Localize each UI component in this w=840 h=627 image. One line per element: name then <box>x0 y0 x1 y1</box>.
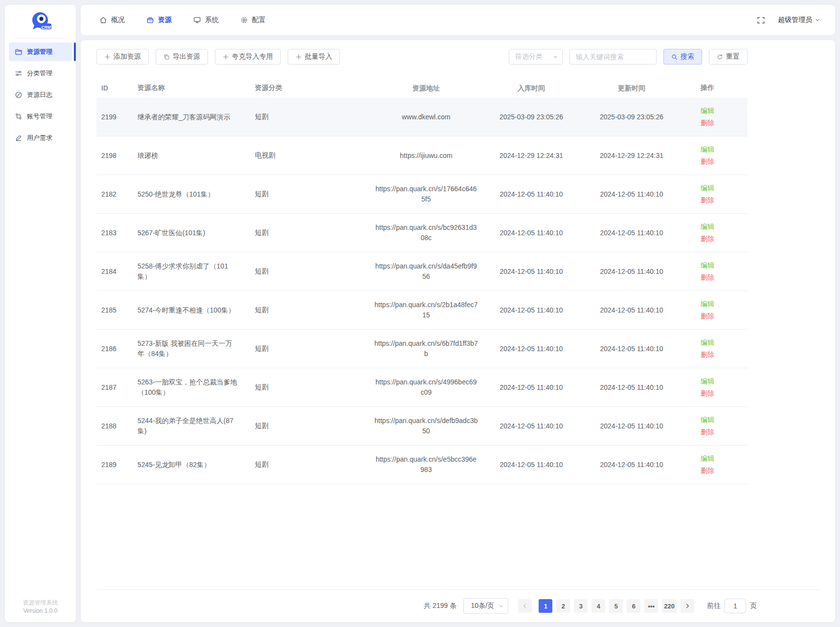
page-button[interactable]: 220 <box>662 599 677 613</box>
cell-name: 5250-绝世龙尊（101集） <box>133 189 250 200</box>
cell-category: 电视剧 <box>250 151 370 160</box>
page-size-select[interactable]: 10条/页 <box>463 598 508 614</box>
add-resource-button[interactable]: 添加资源 <box>96 49 149 65</box>
pager-ellipsis[interactable]: ••• <box>644 599 658 613</box>
box-icon <box>146 16 154 24</box>
edit-link[interactable]: 编辑 <box>701 377 714 386</box>
cell-category: 短剧 <box>250 190 370 199</box>
top-nav: 概况 资源 系统 配置 <box>99 16 266 24</box>
table-row: 21895245-见龙卸甲（82集）短剧https://pan.quark.cn… <box>96 446 748 484</box>
cell-created: 2025-03-09 23:05:26 <box>482 112 580 122</box>
column-header-url: 资源地址 <box>370 83 482 93</box>
cell-url: https://ijiuwu.com <box>370 151 482 161</box>
cell-actions: 编辑删除 <box>683 454 748 475</box>
edit-link[interactable]: 编辑 <box>701 454 714 463</box>
delete-link[interactable]: 删除 <box>701 273 714 282</box>
delete-link[interactable]: 删除 <box>701 157 714 166</box>
table-row: 2199继承者的荣耀_刀客源码网演示短剧www.dkewl.com2025-03… <box>96 98 748 136</box>
edit-link[interactable]: 编辑 <box>701 338 714 347</box>
cell-name: 5263-一胎双宝，抢个总裁当爹地（100集） <box>133 377 250 398</box>
system-name: 资源管理系统 <box>5 599 76 607</box>
sidebar-item-resource-log[interactable]: 资源日志 <box>9 86 72 104</box>
prev-page-button[interactable] <box>518 599 532 613</box>
edit-link[interactable]: 编辑 <box>701 223 714 231</box>
cell-url: https://pan.quark.cn/s/6b7fd1ff3b7b <box>370 338 482 359</box>
delete-link[interactable]: 删除 <box>701 389 714 398</box>
cell-category: 短剧 <box>250 112 370 121</box>
cell-actions: 编辑删除 <box>683 261 748 282</box>
toolbar: 添加资源 导出资源 夸克导入专用 批量导入 筛选分类 搜 <box>96 49 748 65</box>
cell-created: 2024-12-05 11:40:10 <box>482 421 580 431</box>
page-button[interactable]: 1 <box>539 599 552 613</box>
chevron-down-icon <box>499 604 504 609</box>
cell-name: 5245-见龙卸甲（82集） <box>133 460 250 470</box>
edit-link[interactable]: 编辑 <box>701 416 714 425</box>
reset-button[interactable]: 重置 <box>709 49 748 65</box>
cell-updated: 2024-12-05 11:40:10 <box>580 382 683 393</box>
cell-name: 5244-我的弟子全是绝世高人(87集) <box>133 416 250 436</box>
sidebar-item-label: 资源日志 <box>27 90 52 99</box>
cell-actions: 编辑删除 <box>683 377 748 398</box>
sidebar-item-account-management[interactable]: 账号管理 <box>9 107 72 126</box>
goto-page-input[interactable] <box>725 599 746 613</box>
page-button[interactable]: 4 <box>591 599 605 613</box>
cell-id: 2189 <box>96 461 133 469</box>
delete-link[interactable]: 删除 <box>701 235 714 244</box>
category-filter-select[interactable]: 筛选分类 <box>509 49 563 65</box>
edit-link[interactable]: 编辑 <box>701 261 714 270</box>
sidebar-item-user-needs[interactable]: 用户需求 <box>9 129 72 147</box>
next-page-button[interactable] <box>681 599 694 613</box>
app-logo: CRM <box>12 11 69 39</box>
pen-icon <box>15 134 23 142</box>
quark-import-button[interactable]: 夸克导入专用 <box>215 49 281 65</box>
user-menu[interactable]: 超级管理员 <box>778 16 820 24</box>
fullscreen-icon[interactable] <box>757 16 765 24</box>
pagination-bar: 共 2199 条 10条/页 123456•••220 前往 页 <box>96 589 819 622</box>
delete-link[interactable]: 删除 <box>701 351 714 359</box>
export-resource-button[interactable]: 导出资源 <box>156 49 208 65</box>
cell-url: https://pan.quark.cn/s/bc92631d308c <box>370 223 482 243</box>
delete-link[interactable]: 删除 <box>701 428 714 437</box>
table-row: 21885244-我的弟子全是绝世高人(87集)短剧https://pan.qu… <box>96 407 748 446</box>
batch-import-button[interactable]: 批量导入 <box>288 49 340 65</box>
delete-link[interactable]: 删除 <box>701 312 714 321</box>
pager: 123456•••220 <box>518 599 694 613</box>
edit-link[interactable]: 编辑 <box>701 107 714 115</box>
cell-actions: 编辑删除 <box>683 145 748 166</box>
user-name: 超级管理员 <box>778 16 812 24</box>
page-button[interactable]: 6 <box>627 599 640 613</box>
sidebar: CRM 资源管理 分类管理 资源日志 账号管理 <box>5 5 76 622</box>
chevron-down-icon <box>553 54 558 60</box>
cell-id: 2186 <box>96 345 133 353</box>
edit-link[interactable]: 编辑 <box>701 300 714 309</box>
delete-link[interactable]: 删除 <box>701 196 714 205</box>
edit-link[interactable]: 编辑 <box>701 184 714 193</box>
delete-link[interactable]: 删除 <box>701 467 714 475</box>
sidebar-item-resource-management[interactable]: 资源管理 <box>9 43 72 61</box>
chevron-down-icon <box>815 17 820 23</box>
sidebar-item-category-management[interactable]: 分类管理 <box>9 64 72 83</box>
nav-item-label: 配置 <box>252 16 266 24</box>
cell-id: 2198 <box>96 152 133 159</box>
crm-logo-icon: CRM <box>29 11 52 32</box>
home-icon <box>99 16 107 24</box>
page-button[interactable]: 5 <box>609 599 623 613</box>
nav-item-config[interactable]: 配置 <box>240 16 266 24</box>
page-button[interactable]: 3 <box>574 599 588 613</box>
cell-name: 5274-今时重逢不相逢（100集） <box>133 305 250 315</box>
search-button[interactable]: 搜索 <box>663 49 702 65</box>
refresh-icon <box>717 54 723 60</box>
keyword-search-input[interactable] <box>569 49 657 65</box>
cell-created: 2024-12-05 11:40:10 <box>482 344 580 354</box>
edit-link[interactable]: 编辑 <box>701 145 714 154</box>
cell-url: www.dkewl.com <box>370 112 482 122</box>
nav-item-resource[interactable]: 资源 <box>146 16 172 24</box>
page-button[interactable]: 2 <box>556 599 570 613</box>
cell-url: https://pan.quark.cn/s/17664c6465f5 <box>370 184 482 204</box>
nav-item-overview[interactable]: 概况 <box>99 16 125 24</box>
delete-link[interactable]: 删除 <box>701 119 714 128</box>
goto-label: 前往 <box>707 602 721 610</box>
nav-item-system[interactable]: 系统 <box>193 16 219 24</box>
gear-icon <box>240 16 248 24</box>
column-header-created: 入库时间 <box>482 83 580 93</box>
